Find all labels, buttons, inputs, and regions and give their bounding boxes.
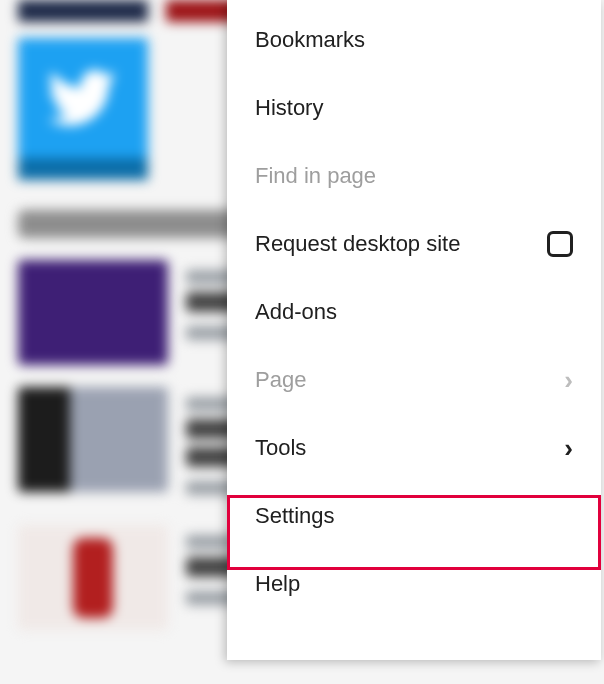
- checkbox-icon[interactable]: [547, 231, 573, 257]
- menu-item-find-in-page: Find in page: [227, 142, 601, 210]
- menu-item-label: Settings: [255, 503, 335, 529]
- menu-item-label: History: [255, 95, 323, 121]
- menu-item-label: Request desktop site: [255, 231, 460, 257]
- chevron-right-icon: ›: [564, 367, 573, 393]
- menu-item-settings[interactable]: Settings: [227, 482, 601, 550]
- menu-item-history[interactable]: History: [227, 74, 601, 142]
- menu-item-label: Page: [255, 367, 306, 393]
- menu-item-label: Add-ons: [255, 299, 337, 325]
- browser-overflow-menu: Bookmarks History Find in page Request d…: [227, 0, 601, 660]
- menu-item-label: Tools: [255, 435, 306, 461]
- menu-item-add-ons[interactable]: Add-ons: [227, 278, 601, 346]
- menu-item-request-desktop-site[interactable]: Request desktop site: [227, 210, 601, 278]
- menu-item-tools[interactable]: Tools ›: [227, 414, 601, 482]
- menu-item-help[interactable]: Help: [227, 550, 601, 618]
- menu-item-page: Page ›: [227, 346, 601, 414]
- menu-item-label: Help: [255, 571, 300, 597]
- menu-item-label: Find in page: [255, 163, 376, 189]
- chevron-right-icon: ›: [564, 435, 573, 461]
- menu-item-bookmarks[interactable]: Bookmarks: [227, 6, 601, 74]
- menu-item-label: Bookmarks: [255, 27, 365, 53]
